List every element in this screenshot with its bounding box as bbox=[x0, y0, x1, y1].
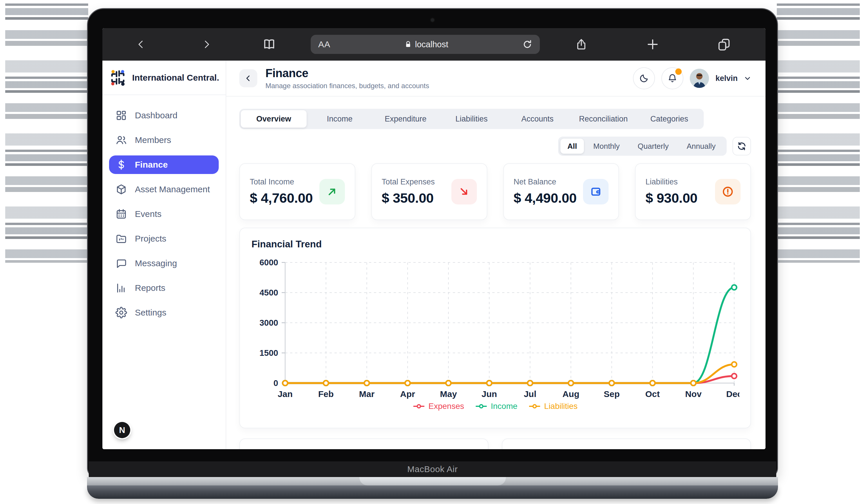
chart-legend: Expenses Income Liabilities bbox=[252, 402, 739, 411]
svg-text:Aug: Aug bbox=[563, 389, 579, 399]
refresh-button[interactable] bbox=[733, 137, 751, 155]
filter-quarterly[interactable]: Quarterly bbox=[629, 139, 677, 154]
sidebar-item-events[interactable]: Events bbox=[109, 205, 219, 223]
legend-income[interactable]: Income bbox=[475, 402, 518, 411]
tab-categories[interactable]: Categories bbox=[636, 110, 702, 128]
folder-icon bbox=[115, 233, 127, 245]
sidebar-item-label: Events bbox=[135, 209, 162, 219]
svg-text:Dec: Dec bbox=[726, 389, 739, 399]
sidebar-item-settings[interactable]: Settings bbox=[109, 303, 219, 322]
tab-income[interactable]: Income bbox=[307, 110, 372, 128]
card-value: $ 930.00 bbox=[645, 190, 697, 206]
reader-mode-button[interactable]: AA bbox=[318, 39, 331, 49]
sidebar-item-label: Finance bbox=[135, 160, 168, 169]
tab-liabilities[interactable]: Liabilities bbox=[439, 110, 505, 128]
macbook-mockup: AA localhost bbox=[87, 8, 778, 498]
svg-text:Jun: Jun bbox=[482, 389, 497, 399]
share-icon[interactable] bbox=[575, 38, 588, 51]
sidebar-item-members[interactable]: Members bbox=[109, 131, 219, 149]
page-title: Finance bbox=[265, 67, 429, 80]
card-total-income: Total Income $ 4,760.00 bbox=[239, 163, 355, 220]
svg-text:Sep: Sep bbox=[604, 389, 620, 399]
legend-expenses[interactable]: Expenses bbox=[413, 402, 464, 411]
svg-text:6000: 6000 bbox=[259, 258, 278, 267]
trend-chart-svg: 01500300045006000JanFebMarAprMayJunJulAu… bbox=[252, 258, 739, 399]
filter-monthly[interactable]: Monthly bbox=[585, 139, 628, 154]
sidebar-item-label: Dashboard bbox=[135, 110, 177, 120]
webcam-dot bbox=[431, 18, 434, 22]
notifications-button[interactable] bbox=[661, 67, 683, 89]
svg-text:4500: 4500 bbox=[259, 288, 278, 297]
background-texture-left bbox=[5, 3, 88, 263]
sidebar-item-projects[interactable]: Projects bbox=[109, 230, 219, 248]
bar-chart-icon bbox=[115, 282, 127, 294]
sidebar-item-reports[interactable]: Reports bbox=[109, 279, 219, 297]
page-back-button[interactable] bbox=[239, 69, 257, 87]
lock-icon bbox=[405, 40, 412, 49]
sidebar-item-asset-management[interactable]: Asset Management bbox=[109, 180, 219, 199]
browser-toolbar: AA localhost bbox=[102, 28, 765, 61]
card-value: $ 4,490.00 bbox=[514, 190, 577, 206]
laptop-base bbox=[87, 485, 778, 499]
card-liabilities: Liabilities $ 930.00 bbox=[635, 163, 751, 220]
finance-tabs: Overview Income Expenditure Liabilities … bbox=[239, 109, 704, 129]
browser-back-button[interactable] bbox=[134, 38, 148, 51]
sidebar: International Central... Dashboard Membe… bbox=[102, 61, 226, 449]
period-filter: All Monthly Quarterly Annually bbox=[558, 137, 727, 156]
title-block: Finance Manage association finances, bud… bbox=[265, 67, 429, 90]
sidebar-item-label: Messaging bbox=[135, 258, 177, 268]
laptop-screen: AA localhost bbox=[102, 28, 765, 449]
header-actions: kelvin bbox=[633, 67, 751, 89]
filter-all[interactable]: All bbox=[561, 139, 584, 154]
sidebar-item-label: Reports bbox=[135, 283, 165, 293]
brand-header[interactable]: International Central... bbox=[102, 61, 226, 95]
sidebar-item-messaging[interactable]: Messaging bbox=[109, 254, 219, 273]
chart-title: Financial Trend bbox=[252, 239, 739, 250]
tab-overview[interactable]: Overview bbox=[241, 110, 307, 128]
new-tab-plus-icon[interactable] bbox=[646, 38, 659, 51]
tab-overview-icon[interactable] bbox=[717, 38, 731, 51]
gear-icon bbox=[115, 307, 127, 318]
reading-list-book-icon[interactable] bbox=[263, 38, 276, 51]
tab-expenditure[interactable]: Expenditure bbox=[373, 110, 439, 128]
partial-card-left bbox=[239, 438, 488, 449]
tab-reconciliation[interactable]: Reconciliation bbox=[570, 110, 636, 128]
filter-annually[interactable]: Annually bbox=[678, 139, 724, 154]
wallet-icon bbox=[583, 179, 609, 204]
browser-forward-button[interactable] bbox=[200, 38, 213, 51]
dollar-icon bbox=[115, 159, 127, 171]
theme-toggle-button[interactable] bbox=[633, 67, 655, 89]
address-url[interactable]: localhost bbox=[331, 40, 522, 49]
tab-accounts[interactable]: Accounts bbox=[505, 110, 570, 128]
user-avatar[interactable] bbox=[690, 69, 709, 88]
card-text: Total Income $ 4,760.00 bbox=[250, 177, 313, 206]
reload-button[interactable] bbox=[522, 39, 532, 50]
package-icon bbox=[115, 184, 127, 195]
card-value: $ 350.00 bbox=[382, 190, 435, 206]
card-text: Liabilities $ 930.00 bbox=[645, 177, 697, 206]
device-label-band: MacBook Air bbox=[89, 461, 776, 477]
legend-liabilities[interactable]: Liabilities bbox=[529, 402, 578, 411]
partial-card-right bbox=[502, 438, 751, 449]
card-label: Total Income bbox=[250, 177, 313, 186]
web-page: International Central... Dashboard Membe… bbox=[102, 61, 765, 449]
sidebar-item-finance[interactable]: Finance bbox=[109, 155, 219, 174]
sidebar-nav: Dashboard Members Finance Asset Man bbox=[102, 95, 226, 322]
financial-trend-card: Financial Trend 01500300045006000JanFebM… bbox=[239, 228, 751, 428]
brand-name: International Central... bbox=[132, 73, 219, 83]
sidebar-item-dashboard[interactable]: Dashboard bbox=[109, 106, 219, 125]
user-name[interactable]: kelvin bbox=[715, 74, 738, 83]
laptop-hinge-notch bbox=[359, 477, 506, 485]
app-logo-icon bbox=[109, 69, 126, 87]
sidebar-item-label: Settings bbox=[135, 308, 166, 318]
chevron-down-icon[interactable] bbox=[744, 75, 751, 82]
card-label: Total Expenses bbox=[382, 177, 435, 186]
svg-text:3000: 3000 bbox=[259, 318, 278, 327]
page-header: Finance Manage association finances, bud… bbox=[226, 61, 765, 96]
moon-icon bbox=[639, 73, 649, 83]
legend-marker-icon bbox=[475, 404, 488, 409]
nextjs-dev-badge[interactable]: N bbox=[114, 422, 130, 438]
address-bar[interactable]: AA localhost bbox=[311, 35, 540, 54]
users-icon bbox=[115, 134, 127, 146]
sidebar-item-label: Projects bbox=[135, 234, 166, 244]
